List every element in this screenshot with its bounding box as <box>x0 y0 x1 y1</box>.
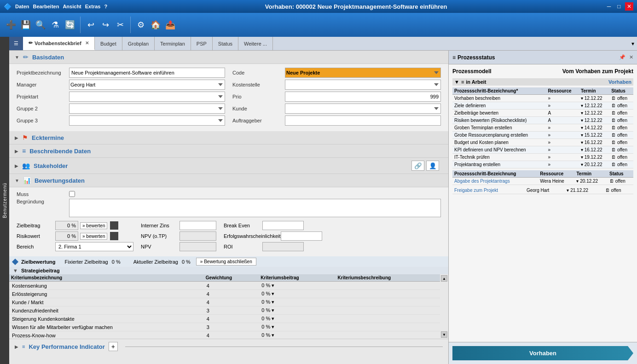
basisdaten-header[interactable]: ▼ ✏ Ecktermine Basisdaten <box>9 51 448 64</box>
projektbezeichnung-input[interactable] <box>69 68 225 78</box>
risikowert-bewerten-btn[interactable]: » bewerten <box>80 233 107 240</box>
krit-arrow[interactable]: ▾ <box>272 316 274 321</box>
row-status: 🗓 offen <box>609 124 633 132</box>
risikowert-color-btn[interactable] <box>110 232 118 240</box>
tab-grobplan[interactable]: Grobplan <box>122 37 155 50</box>
pin-icon[interactable]: 📌 <box>619 54 625 60</box>
muss-row: Muss <box>17 191 441 197</box>
redo-icon[interactable]: ↪ <box>98 17 113 33</box>
abgabe-link[interactable]: Abgabe des Projektantrags <box>454 179 510 184</box>
menu-extras[interactable]: Extras <box>85 4 101 9</box>
tab-terminplan[interactable]: Terminplan <box>155 37 191 50</box>
break-even-input[interactable] <box>262 221 304 230</box>
npv-label: NPV <box>141 244 178 249</box>
muss-checkbox[interactable] <box>69 191 75 197</box>
zielbeitrag-bewerten-btn[interactable]: » bewerten <box>80 222 107 229</box>
krit-arrow[interactable]: ▾ <box>272 332 274 338</box>
krit-arrow[interactable]: ▾ <box>272 324 274 329</box>
tab-label-terminplan: Terminplan <box>160 41 185 46</box>
beschreibende-daten-header[interactable]: ▶ ≡ Beschreibende Daten <box>9 144 448 158</box>
gruppe3-select[interactable] <box>69 116 225 126</box>
krit-arrow[interactable]: ▾ <box>272 283 274 288</box>
menu-ansicht[interactable]: Ansicht <box>63 4 81 9</box>
krit-beitrag: 0 % ▾ <box>259 323 336 331</box>
menu-bearbeiten[interactable]: Bearbeiten <box>33 4 59 9</box>
maximize-button[interactable]: □ <box>615 2 623 11</box>
close-panel-icon[interactable]: ✕ <box>629 54 633 60</box>
kriterien-scroll-down[interactable]: ▼ <box>441 331 447 338</box>
bewertung-right: Break Even Erfolgswahrscheinlichkeit ROI <box>224 221 322 253</box>
bereich-select[interactable]: 2. Firma 1 <box>55 242 133 251</box>
stakeholder-header[interactable]: ▶ 👥 Stakeholder 🔗 👤 <box>9 158 448 174</box>
tab-menu-button[interactable]: ☰ <box>9 37 23 50</box>
krit-gewichtung: 4 <box>204 298 259 306</box>
table-row: Vorhaben beschreiben » ▾ 12.12.22 🗓 offe… <box>452 95 633 102</box>
risikowert-input[interactable] <box>55 231 78 241</box>
zielbeitrag-input[interactable] <box>55 221 78 230</box>
settings-icon[interactable]: ⚙ <box>133 17 148 33</box>
begruendung-row: Begründung <box>17 199 441 218</box>
export-icon[interactable]: 📤 <box>163 17 178 33</box>
risikowert-label: Risikowert <box>17 233 53 239</box>
menu-daten[interactable]: Daten <box>15 4 29 9</box>
begruendung-textarea[interactable] <box>69 199 441 217</box>
erfolgs-input[interactable] <box>281 231 322 241</box>
krit-gewichtung: 3 <box>204 323 259 331</box>
tab-arrow-down[interactable]: ▾ <box>631 40 634 47</box>
bewertungsdaten-content: Muss Begründung <box>9 187 448 256</box>
krit-arrow[interactable]: ▾ <box>272 307 274 313</box>
npv-row: NPV <box>141 242 216 251</box>
zielbeitrag-color-btn[interactable] <box>110 221 118 230</box>
auftraggeber-input[interactable] <box>285 116 441 126</box>
undo-icon[interactable]: ↩ <box>83 17 98 33</box>
npv-otp-input[interactable] <box>180 231 216 241</box>
row-bezeichnung: KPI definieren und NPV berechnen <box>452 146 546 154</box>
filter-icon[interactable]: ⚗ <box>48 17 63 33</box>
tab-vorhabensteckbrief[interactable]: ✏ Vorhabensteckbrief ✕ <box>23 37 95 50</box>
projektart-select[interactable] <box>69 92 225 102</box>
link-button[interactable]: 🔗 <box>411 161 424 171</box>
close-button[interactable]: ✕ <box>625 2 633 11</box>
kostenstelle-select[interactable] <box>285 80 441 90</box>
vorhaben-button[interactable]: Vorhaben <box>452 346 633 360</box>
search-icon[interactable]: 🔍 <box>33 17 48 33</box>
ecktermine-header[interactable]: ▶ ⚑ Ecktermine <box>9 131 448 144</box>
krit-arrow[interactable]: ▾ <box>272 299 274 305</box>
interner-zins-input[interactable] <box>180 221 216 230</box>
new-icon[interactable]: ➕ <box>4 17 18 33</box>
kriterien-scroll-up[interactable]: ▲ <box>441 275 447 282</box>
row-bezeichnung: Risiken bewerten (Risikocheckliste) <box>452 117 546 124</box>
tab-budget[interactable]: Budget <box>95 37 122 50</box>
tab-status[interactable]: Status <box>213 37 238 50</box>
bewertung-abschliessen-btn[interactable]: » Bewertung abschließen <box>196 258 256 266</box>
minimize-button[interactable]: ─ <box>605 2 613 11</box>
th-sub-termin: Termin <box>574 170 608 178</box>
gruppe2-select[interactable] <box>69 104 225 114</box>
menu-help[interactable]: ? <box>104 4 107 9</box>
kpi-add-button[interactable]: + <box>109 342 118 351</box>
kunde-select[interactable] <box>285 104 441 114</box>
krit-beitrag: 0 % ▾ <box>259 315 336 323</box>
freigabe-link[interactable]: Freigabe zum Projekt <box>454 188 498 193</box>
manager-select[interactable]: Georg Hart <box>69 80 225 90</box>
vorhaben-link[interactable]: Vorhaben <box>608 79 631 85</box>
bewertungsdaten-header[interactable]: ▼ 📊 Bewertungsdaten <box>9 174 448 187</box>
row-bezeichnung: Groben Terminplan erstellen <box>452 124 546 132</box>
refresh-icon[interactable]: 🔄 <box>63 17 77 33</box>
cut-icon[interactable]: ✂ <box>113 17 127 33</box>
krit-arrow[interactable]: ▾ <box>272 291 274 296</box>
tab-close-vorhabensteckbrief[interactable]: ✕ <box>85 40 89 46</box>
npv-input[interactable] <box>180 242 216 251</box>
roi-input[interactable] <box>262 242 304 251</box>
row-termin: ▾ 14.12.22 <box>579 124 609 132</box>
row-bezeichnung: Zielbeiträge bewerten <box>452 110 546 117</box>
person-button[interactable]: 👤 <box>426 161 439 171</box>
code-select[interactable]: Neue Projekte <box>285 68 441 78</box>
save-icon[interactable]: 💾 <box>18 17 33 33</box>
th-sub-status: Status <box>608 170 633 178</box>
tab-weitere[interactable]: Weitere ... <box>238 37 273 50</box>
home-icon[interactable]: 🏠 <box>148 17 163 33</box>
prio-input[interactable] <box>285 92 441 102</box>
tab-psp[interactable]: PSP <box>191 37 213 50</box>
krit-beschreibung <box>336 315 440 323</box>
